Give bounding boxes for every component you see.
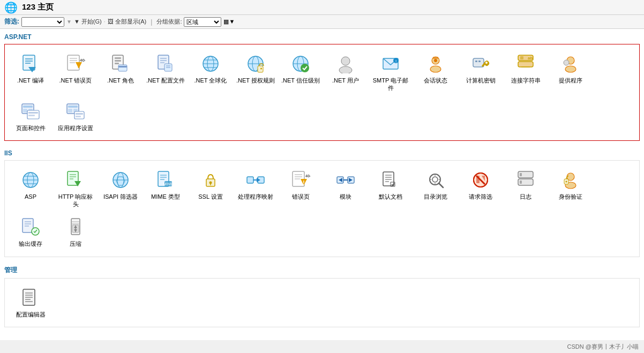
net-glob-icon [200, 53, 221, 74]
machine-key-icon [470, 53, 491, 74]
net-user-icon [335, 53, 356, 74]
output-cache-item[interactable]: 输出缓存 [9, 213, 52, 251]
asp-icon [20, 169, 41, 191]
page-control-icon [20, 101, 41, 122]
iis-icon-grid: ASP HTTP 响应标头 [9, 166, 635, 251]
svg-rect-15 [115, 63, 119, 64]
net-configfile-item[interactable]: .NET 配置文件 [144, 50, 187, 95]
svg-rect-14 [115, 60, 121, 62]
page-title: 123 主页 [22, 2, 54, 12]
toolbar-sep2: · [104, 19, 106, 25]
main-content: ASP.NET .NET 编译 [0, 29, 644, 340]
svg-rect-49 [475, 61, 477, 62]
manage-section-box: 配置编辑器 [4, 278, 640, 327]
toolbar-sep1: ▼ [66, 19, 72, 25]
net-trust-item[interactable]: .NET 信任级别 [279, 50, 322, 95]
svg-point-51 [485, 62, 488, 64]
error-page-item[interactable]: ! 404 错误页 [279, 166, 322, 212]
app-settings-icon [65, 101, 86, 122]
toolbar-view[interactable]: ▦▼ [223, 18, 235, 25]
svg-rect-13 [115, 57, 121, 59]
svg-rect-65 [28, 112, 38, 114]
asp-item[interactable]: ASP [9, 166, 52, 212]
machine-key-item[interactable]: 计算机密钥 [459, 50, 502, 95]
aspnet-section: ASP.NET .NET 编译 [4, 33, 640, 141]
footer: CSDN @赛男丨木子丿小喵 [567, 343, 639, 351]
svg-rect-61 [23, 106, 33, 108]
session-state-label: 会话状态 [424, 77, 447, 84]
net-glob-label: .NET 全球化 [194, 77, 227, 84]
svg-point-137 [566, 181, 567, 182]
svg-point-45 [430, 66, 441, 72]
net-errorpage-item[interactable]: ! 404 .NET 错误页 [54, 50, 97, 95]
provider-label: 提供程序 [559, 77, 582, 84]
svg-rect-132 [520, 173, 522, 176]
svg-rect-69 [68, 109, 72, 112]
compress-item[interactable]: 压缩 [54, 213, 97, 251]
handler-map-item[interactable]: 处理程序映射 [234, 166, 277, 212]
top-bar: 🌐 123 主页 [0, 0, 644, 15]
iis-section-label: IIS [4, 149, 640, 158]
toolbar-start[interactable]: ▼ 开始(G) [74, 18, 102, 26]
toolbar-all-show[interactable]: 🖼 全部显示(A) [108, 18, 147, 26]
connection-str-icon: ab [515, 53, 536, 74]
handler-map-icon [245, 169, 266, 191]
dir-browse-item[interactable]: 目录浏览 [414, 166, 457, 212]
svg-point-40 [339, 66, 352, 73]
svg-rect-50 [478, 61, 481, 62]
net-errorpage-label: .NET 错误页 [59, 77, 92, 84]
svg-rect-33 [258, 66, 263, 72]
module-item[interactable]: 模块 [324, 166, 367, 212]
log-item[interactable]: 日志 [504, 166, 547, 212]
net-user-label: .NET 用户 [332, 77, 359, 84]
net-authrule-item[interactable]: .NET 授权规则 [234, 50, 277, 95]
net-compile-label: .NET 编译 [17, 77, 44, 84]
ssl-setting-label: SSL 设置 [198, 193, 222, 200]
auth-icon [560, 169, 581, 191]
session-state-item[interactable]: 会话状态 [414, 50, 457, 95]
request-filter-label: 请求筛选 [469, 193, 492, 200]
svg-line-120 [439, 183, 443, 187]
provider-item[interactable]: 提供程序 [549, 50, 592, 95]
svg-rect-72 [76, 113, 83, 115]
page-control-item[interactable]: 页面和控件 [9, 97, 52, 135]
toolbar-group-label: 分组依据: [156, 18, 182, 26]
svg-rect-73 [76, 116, 81, 117]
auth-item[interactable]: 身份验证 [549, 166, 592, 212]
svg-text:404: 404 [80, 58, 85, 63]
net-glob-item[interactable]: .NET 全球化 [189, 50, 232, 95]
aspnet-icon-grid: .NET 编译 ! 404 .NET 错 [9, 50, 635, 135]
http-response-item[interactable]: HTTP 响应标头 [54, 166, 97, 212]
default-doc-label: 默认文档 [379, 193, 402, 200]
svg-point-39 [341, 57, 350, 65]
mime-type-icon: MIME [155, 169, 176, 191]
config-editor-item[interactable]: 配置编辑器 [9, 284, 52, 321]
isapi-filter-item[interactable]: ISAPI 筛选器 [99, 166, 142, 212]
net-role-item[interactable]: .NET 角色 [99, 50, 142, 95]
iis-section: IIS ASP [4, 149, 640, 257]
svg-rect-16 [118, 65, 127, 71]
app-settings-item[interactable]: 应用程序设置 [54, 97, 97, 135]
smtp-email-item[interactable]: ! SMTP 电子邮件 [369, 50, 412, 95]
group-dropdown[interactable]: 区域 [184, 17, 221, 27]
module-icon [335, 169, 356, 191]
svg-rect-17 [118, 66, 127, 67]
filter-dropdown[interactable] [21, 17, 64, 27]
svg-rect-47 [433, 57, 438, 59]
auth-label: 身份验证 [559, 193, 582, 200]
svg-text:404: 404 [305, 174, 310, 178]
svg-rect-133 [520, 181, 522, 184]
module-label: 模块 [340, 193, 351, 200]
connection-str-item[interactable]: ab 连接字符串 [504, 50, 547, 95]
svg-rect-54 [520, 56, 523, 59]
default-doc-item[interactable]: 默认文档 [369, 166, 412, 212]
manage-section: 管理 配置编辑器 [4, 266, 640, 327]
ssl-setting-item[interactable]: SSL 设置 [189, 166, 232, 212]
mime-type-item[interactable]: MIME MIME 类型 [144, 166, 187, 212]
net-user-item[interactable]: .NET 用户 [324, 50, 367, 95]
net-compile-item[interactable]: .NET 编译 [9, 50, 52, 95]
default-doc-icon [380, 169, 401, 191]
output-cache-label: 输出缓存 [19, 240, 42, 247]
request-filter-item[interactable]: 请求筛选 [459, 166, 502, 212]
net-role-label: .NET 角色 [107, 77, 134, 84]
